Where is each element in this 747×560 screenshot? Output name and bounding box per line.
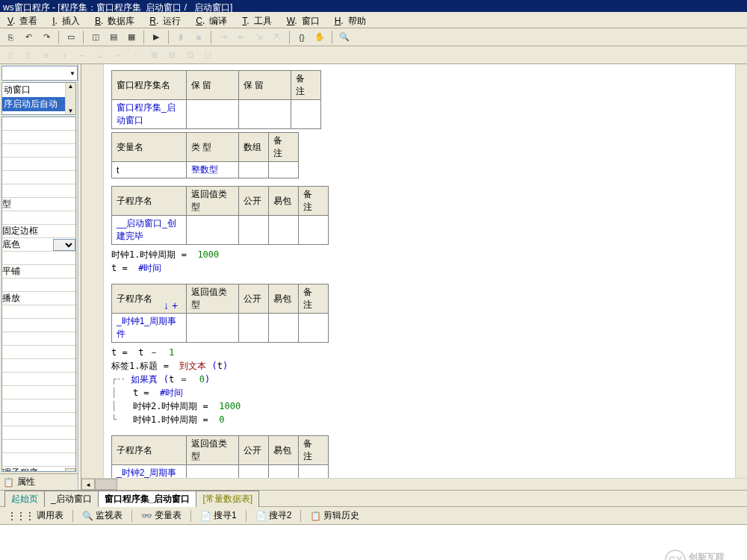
menu-compile[interactable]: C.编译 (191, 13, 236, 26)
pause-icon[interactable]: ▮ (173, 30, 188, 45)
prop-label: 型 (2, 198, 11, 211)
step4-icon[interactable]: ⇱ (270, 30, 285, 45)
align9-icon[interactable]: ⊞ (146, 48, 161, 63)
layout2-icon[interactable]: ▤ (106, 30, 121, 45)
editor-content[interactable]: 窗口程序集名保 留保 留备 注 窗口程序集_启动窗口 变量名类 型数组备 注 t… (81, 64, 747, 478)
bt-find1[interactable]: 📄搜寻1 (197, 508, 240, 523)
property-grid[interactable]: 型 固定边框 底色 平铺 播放 理子程序... (1, 116, 76, 472)
sub-name[interactable]: _时钟1_周期事件 (112, 314, 187, 343)
toolbar-1: ⎘ ↶ ↷ ▭ ◫ ▤ ▦ ▶ ▮ ■ ⇥ ⇤ ⇲ ⇱ {} ✋ 🔍 (0, 28, 747, 46)
glasses-icon: 👓 (141, 511, 152, 521)
object-dropdown[interactable] (1, 66, 78, 81)
align10-icon[interactable]: ⊟ (164, 48, 179, 63)
code-block-1[interactable]: 时钟1.时钟周期 = 1000 t = #时间 (111, 248, 741, 275)
assembly-name[interactable]: 窗口程序集_启动窗口 (112, 100, 187, 129)
align2-icon[interactable]: ▯ (21, 48, 36, 63)
step2-icon[interactable]: ⇤ (234, 30, 249, 45)
list-scrollbar[interactable] (65, 83, 75, 114)
tab-const[interactable]: [常量数据表] (196, 491, 259, 507)
align4-icon[interactable]: ⫞ (57, 48, 72, 63)
sub-table-3: 子程序名返回值类型公开易包备 注 _时钟2_周期事件 (111, 435, 329, 478)
tab-launch[interactable]: _启动窗口 (44, 491, 99, 507)
bt-call[interactable]: ⋮⋮⋮调用表 (4, 508, 66, 523)
align11-icon[interactable]: ⊡ (182, 48, 197, 63)
prop-label: 固定边框 (2, 225, 38, 237)
tab-assembly[interactable]: 窗口程序集_启动窗口 (98, 491, 197, 507)
prop-label: 底色 (2, 238, 20, 251)
hand-icon[interactable]: ✋ (312, 30, 327, 45)
title-bar: ws窗口程序 - [程序集：窗口程序集_启动窗口 / _启动窗口] (0, 0, 747, 12)
horizontal-scrollbar[interactable] (81, 478, 747, 490)
menu-db[interactable]: B.数据库 (90, 13, 143, 26)
clip-icon: 📋 (310, 511, 321, 521)
prop-tabs: 📋 属性 (0, 473, 78, 490)
gutter (81, 64, 104, 478)
left-panel: 动窗口 序启动后自动 型 固定边框 底色 平铺 播放 理子程序... 📋 属性 (0, 64, 78, 490)
prop-label: 理子程序 (2, 467, 38, 472)
stop-icon[interactable]: ■ (191, 30, 206, 45)
prop-label: 平铺 (2, 265, 20, 278)
editor-tabs: 起始页 _启动窗口 窗口程序集_启动窗口 [常量数据表] (0, 490, 747, 506)
align6-icon[interactable]: ⫠ (93, 48, 108, 63)
brace-icon[interactable]: {} (294, 30, 309, 45)
form-icon[interactable]: ▭ (63, 30, 78, 45)
copy-icon[interactable]: ⎘ (3, 30, 18, 45)
menu-bar: V.查看 I.插入 B.数据库 R.运行 C.编译 T.工具 W.窗口 H.帮助 (0, 12, 747, 28)
var-type[interactable]: 整数型 (187, 162, 239, 178)
sub-name[interactable]: __启动窗口_创建完毕 (112, 216, 187, 245)
object-list[interactable]: 动窗口 序启动后自动 (1, 82, 76, 115)
menu-insert[interactable]: I.插入 (48, 13, 89, 26)
menu-help[interactable]: H.帮助 (330, 13, 375, 26)
vertical-scrollbar[interactable] (735, 64, 747, 478)
magnifier-icon: 🔍 (82, 511, 93, 521)
sub-name[interactable]: _时钟2_周期事件 (112, 465, 187, 479)
align8-icon[interactable]: ↕ (128, 48, 143, 63)
watermark: CX 创新互联CHUANGXIN HULIAN (665, 550, 741, 560)
ellipsis-button[interactable]: ... (65, 468, 75, 472)
assembly-table: 窗口程序集名保 留保 留备 注 窗口程序集_启动窗口 (111, 70, 321, 129)
bottom-toolbar: ⋮⋮⋮调用表 🔍监视表 👓变量表 📄搜寻1 📄搜寻2 📋剪辑历史 (0, 506, 747, 524)
step3-icon[interactable]: ⇲ (252, 30, 267, 45)
menu-run[interactable]: R.运行 (145, 13, 190, 26)
align12-icon[interactable]: ▢ (200, 48, 215, 63)
menu-view[interactable]: V.查看 (3, 13, 46, 26)
code-block-2[interactable]: t = t － 1 标签1.标题 = 到文本 (t) ┌‥ 如果真 (t ＝ 0… (111, 346, 741, 426)
sub-table-2: 子程序名返回值类型公开易包备 注 _时钟1_周期事件 (111, 284, 329, 343)
doc-icon: 📄 (255, 511, 267, 521)
bt-clip[interactable]: 📋剪辑历史 (307, 508, 362, 523)
align3-icon[interactable]: ≡ (39, 48, 54, 63)
output-panel: 子程序 CX 创新互联CHUANGXIN HULIAN (0, 524, 747, 560)
code-editor: 窗口程序集名保 留保 留备 注 窗口程序集_启动窗口 变量名类 型数组备 注 t… (81, 64, 747, 490)
layout1-icon[interactable]: ◫ (88, 30, 103, 45)
prop-tab-icon: 📋 (3, 477, 14, 488)
align7-icon[interactable]: ↔ (111, 48, 125, 63)
bt-find2[interactable]: 📄搜寻2 (252, 508, 295, 523)
binoculars-icon[interactable]: 🔍 (337, 30, 352, 45)
bt-var[interactable]: 👓变量表 (138, 508, 185, 523)
variable-table: 变量名类 型数组备 注 t整数型 (111, 132, 299, 178)
prop-label: 播放 (2, 292, 20, 305)
grid-icon: ⋮⋮⋮ (7, 511, 34, 521)
gutter-marks: ↓ + (164, 299, 178, 311)
menu-window[interactable]: W.窗口 (282, 13, 329, 26)
align5-icon[interactable]: ⫟ (75, 48, 90, 63)
color-select[interactable] (53, 239, 75, 251)
align1-icon[interactable]: ▯ (3, 48, 18, 63)
run-icon[interactable]: ▶ (149, 30, 164, 45)
redo-icon[interactable]: ↷ (39, 30, 54, 45)
doc-icon: 📄 (200, 511, 211, 521)
layout3-icon[interactable]: ▦ (124, 30, 139, 45)
prop-tab[interactable]: 属性 (17, 476, 35, 488)
undo-icon[interactable]: ↶ (21, 30, 36, 45)
tab-start[interactable]: 起始页 (4, 491, 45, 507)
bt-watch[interactable]: 🔍监视表 (79, 508, 125, 523)
sub-table-1: 子程序名返回值类型公开易包备 注 __启动窗口_创建完毕 (111, 186, 329, 245)
step1-icon[interactable]: ⇥ (216, 30, 231, 45)
menu-tool[interactable]: T.工具 (238, 13, 280, 26)
toolbar-2: ▯ ▯ ≡ ⫞ ⫟ ⫠ ↔ ↕ ⊞ ⊟ ⊡ ▢ (0, 46, 747, 64)
